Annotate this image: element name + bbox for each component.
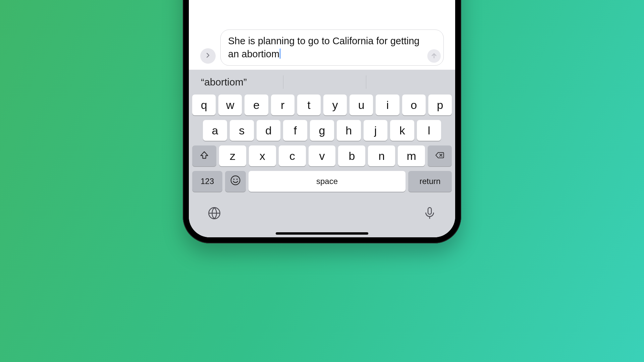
suggestion-1[interactable]: “abortiom” (196, 76, 283, 88)
emoji-icon (230, 175, 241, 188)
microphone-icon (423, 215, 436, 221)
key-z[interactable]: z (219, 145, 246, 166)
key-rows: qwertyuiop asdfghjkl zxcvbnm (189, 95, 455, 200)
key-k[interactable]: k (390, 120, 414, 141)
backspace-icon (435, 149, 444, 163)
key-a[interactable]: a (203, 120, 227, 141)
key-t[interactable]: t (297, 95, 321, 115)
key-f[interactable]: f (283, 120, 307, 141)
key-v[interactable]: v (309, 145, 336, 166)
key-d[interactable]: d (257, 120, 281, 141)
svg-point-2 (236, 179, 237, 180)
numbers-key[interactable]: 123 (192, 171, 222, 192)
expand-button[interactable] (200, 48, 216, 64)
key-c[interactable]: c (279, 145, 306, 166)
key-w[interactable]: w (218, 95, 242, 115)
dictation-button[interactable] (423, 206, 436, 221)
key-i[interactable]: i (376, 95, 399, 115)
keyboard-row-3-letters: zxcvbnm (219, 145, 425, 166)
shift-key[interactable] (192, 145, 216, 166)
shift-icon (200, 149, 209, 163)
suggestion-bar: “abortiom” (189, 70, 455, 95)
key-u[interactable]: u (350, 95, 373, 115)
emoji-key[interactable] (225, 171, 246, 192)
key-s[interactable]: s (230, 120, 254, 141)
svg-point-0 (231, 176, 240, 185)
keyboard: “abortiom” qwertyuiop asdfghjkl zxcvbnm (189, 70, 455, 237)
key-h[interactable]: h (337, 120, 361, 141)
space-key[interactable]: space (249, 171, 406, 192)
globe-button[interactable] (208, 206, 221, 221)
key-r[interactable]: r (271, 95, 294, 115)
keyboard-toolbar (189, 200, 455, 231)
keyboard-row-1: qwertyuiop (192, 95, 452, 115)
key-o[interactable]: o (402, 95, 426, 115)
message-input[interactable]: She is planning to go to California for … (220, 29, 444, 66)
key-g[interactable]: g (310, 120, 334, 141)
key-b[interactable]: b (338, 145, 365, 166)
key-n[interactable]: n (368, 145, 395, 166)
message-text: She is planning to go to California for … (228, 36, 420, 59)
key-l[interactable]: l (417, 120, 441, 141)
key-q[interactable]: q (192, 95, 216, 115)
chat-area: She is planning to go to California for … (189, 0, 455, 70)
divider (283, 75, 283, 89)
svg-point-1 (233, 179, 234, 180)
compose-row: She is planning to go to California for … (200, 29, 444, 66)
send-button[interactable] (427, 49, 441, 63)
phone-frame: She is planning to go to California for … (183, 0, 461, 243)
keyboard-row-bottom: 123 space return (192, 171, 452, 192)
key-m[interactable]: m (398, 145, 425, 166)
phone-screen: She is planning to go to California for … (189, 0, 455, 237)
globe-icon (208, 215, 221, 221)
key-x[interactable]: x (249, 145, 276, 166)
chevron-right-icon (205, 52, 211, 60)
keyboard-row-3: zxcvbnm (192, 145, 452, 166)
key-p[interactable]: p (428, 95, 452, 115)
text-cursor (280, 49, 280, 59)
backspace-key[interactable] (428, 145, 452, 166)
home-indicator[interactable] (276, 232, 368, 235)
return-key[interactable]: return (408, 171, 452, 192)
key-y[interactable]: y (323, 95, 347, 115)
keyboard-row-2: asdfghjkl (192, 120, 452, 141)
svg-rect-4 (428, 207, 431, 214)
key-e[interactable]: e (245, 95, 268, 115)
arrow-up-icon (431, 49, 437, 62)
key-j[interactable]: j (364, 120, 388, 141)
divider (366, 75, 366, 89)
